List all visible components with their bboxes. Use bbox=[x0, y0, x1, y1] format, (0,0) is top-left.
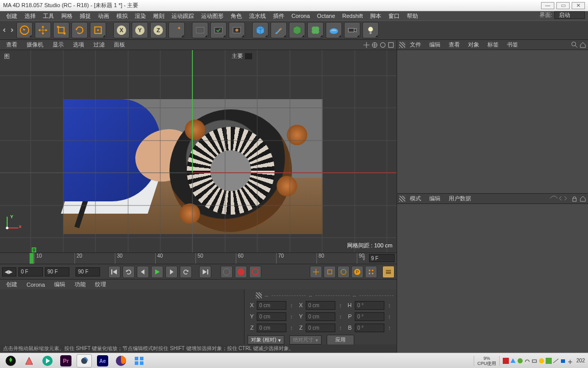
primitive-cube-button[interactable] bbox=[252, 22, 268, 38]
mat-menu-create[interactable]: 创建 bbox=[2, 281, 21, 288]
cpu-meter[interactable]: 9%CPU使用 bbox=[474, 356, 500, 366]
menu-corona[interactable]: Corona bbox=[288, 13, 313, 19]
object-manager-body[interactable] bbox=[397, 50, 588, 193]
vp-menu-view[interactable]: 查看 bbox=[2, 41, 21, 49]
move-tool[interactable] bbox=[35, 22, 51, 38]
mat-menu-texture[interactable]: 纹理 bbox=[91, 281, 110, 288]
material-manager-body[interactable] bbox=[0, 289, 244, 344]
taskbar-premiere[interactable]: Pr bbox=[58, 354, 74, 367]
menu-mograph[interactable]: 运动图形 bbox=[198, 12, 227, 20]
menu-redshift[interactable]: Redshift bbox=[339, 13, 366, 19]
environment-button[interactable] bbox=[326, 22, 342, 38]
render-picture-button[interactable] bbox=[229, 22, 245, 38]
keyframe-sel-button[interactable] bbox=[249, 266, 261, 278]
menu-pipeline[interactable]: 流水线 bbox=[246, 12, 269, 20]
taskbar-cinema4d[interactable] bbox=[77, 354, 92, 367]
home-icon[interactable] bbox=[579, 195, 586, 202]
last-tool[interactable] bbox=[90, 22, 106, 38]
vp-rotate-icon[interactable] bbox=[379, 41, 386, 49]
camera-button[interactable] bbox=[344, 22, 360, 38]
taskbar-app-1[interactable] bbox=[3, 354, 18, 367]
vp-zoom-icon[interactable] bbox=[371, 41, 378, 49]
render-view-button[interactable] bbox=[210, 22, 227, 38]
render-settings-button[interactable] bbox=[192, 22, 208, 38]
mat-menu-func[interactable]: 功能 bbox=[70, 281, 90, 288]
grip-icon[interactable] bbox=[399, 196, 405, 202]
record-button[interactable] bbox=[220, 266, 233, 278]
attribute-manager-body[interactable] bbox=[397, 204, 588, 353]
range-scrub[interactable]: ◀▶ bbox=[2, 267, 16, 277]
vp-menu-display[interactable]: 显示 bbox=[48, 41, 68, 49]
timeline-end-spinner[interactable]: ▲▼ bbox=[362, 255, 366, 261]
timeline-end-field[interactable]: 9 F bbox=[369, 254, 395, 262]
obj-menu-tags[interactable]: 标签 bbox=[484, 41, 502, 49]
timeline-playhead[interactable] bbox=[30, 253, 34, 264]
goto-start-button[interactable] bbox=[108, 266, 120, 278]
range-end-field[interactable]: 90 F bbox=[45, 267, 69, 277]
z-axis-lock[interactable]: Z bbox=[150, 22, 166, 38]
attr-menu-userdata[interactable]: 用户数据 bbox=[445, 195, 475, 202]
spline-pen-button[interactable] bbox=[271, 22, 287, 38]
size-z-field[interactable]: 0 cm bbox=[306, 324, 335, 332]
pos-z-field[interactable]: 0 cm bbox=[257, 324, 286, 332]
menu-script[interactable]: 脚本 bbox=[367, 12, 384, 20]
y-axis-lock[interactable]: Y bbox=[132, 22, 148, 38]
lock-icon[interactable] bbox=[571, 195, 578, 202]
obj-menu-bookmark[interactable]: 书签 bbox=[503, 41, 522, 49]
goto-end-button[interactable] bbox=[199, 266, 211, 278]
rot-b-field[interactable]: 0 ° bbox=[355, 324, 384, 332]
menu-animate[interactable]: 动画 bbox=[95, 12, 112, 20]
prev-key-button[interactable] bbox=[122, 266, 135, 278]
menu-snap[interactable]: 捕捉 bbox=[77, 12, 94, 20]
range-start-field[interactable]: 0 F bbox=[18, 267, 43, 277]
x-axis-lock[interactable]: X bbox=[113, 22, 130, 38]
grip-icon[interactable] bbox=[256, 292, 262, 298]
obj-menu-view[interactable]: 查看 bbox=[445, 41, 463, 49]
size-mode-dropdown[interactable]: 绝对尺寸 ▾ bbox=[289, 335, 322, 344]
menu-plugins[interactable]: 插件 bbox=[270, 12, 287, 20]
vp-maximize-icon[interactable] bbox=[387, 41, 395, 49]
vp-menu-camera[interactable]: 摄像机 bbox=[22, 41, 47, 49]
taskbar-explorer[interactable] bbox=[132, 354, 147, 367]
opt-scale-button[interactable] bbox=[324, 266, 336, 278]
redo-button[interactable] bbox=[9, 22, 14, 38]
viewport[interactable]: 图 主要 bbox=[0, 50, 397, 252]
obj-menu-object[interactable]: 对象 bbox=[464, 41, 483, 49]
coord-mode-dropdown[interactable]: 对象 (相对) ▾ bbox=[248, 335, 284, 344]
vp-move-icon[interactable] bbox=[363, 41, 370, 49]
scale-tool[interactable] bbox=[53, 22, 69, 38]
opt-move-button[interactable] bbox=[310, 266, 322, 278]
tray-icons[interactable] bbox=[503, 358, 573, 364]
home-icon[interactable] bbox=[579, 41, 586, 48]
generator-button[interactable] bbox=[289, 22, 305, 38]
menu-create[interactable]: 创建 bbox=[3, 12, 20, 20]
coord-system-tool[interactable] bbox=[168, 22, 185, 38]
rot-p-field[interactable]: 0 ° bbox=[355, 312, 384, 321]
next-frame-button[interactable] bbox=[165, 266, 178, 278]
mat-menu-corona[interactable]: Corona bbox=[22, 282, 49, 288]
menu-octane[interactable]: Octane bbox=[314, 13, 338, 19]
live-select-tool[interactable] bbox=[16, 22, 33, 38]
opt-rotate-button[interactable] bbox=[337, 266, 350, 278]
taskbar-firefox[interactable] bbox=[113, 354, 129, 367]
autokey-button[interactable] bbox=[235, 266, 247, 278]
undo-button[interactable] bbox=[2, 22, 7, 38]
menu-help[interactable]: 帮助 bbox=[404, 12, 421, 20]
rot-h-field[interactable]: 0 ° bbox=[355, 301, 384, 310]
next-key-button[interactable] bbox=[180, 266, 192, 278]
taskbar-app-2[interactable] bbox=[21, 354, 37, 367]
timeline-window-button[interactable] bbox=[382, 266, 395, 278]
close-button[interactable]: ✕ bbox=[572, 2, 585, 9]
attr-menu-edit[interactable]: 编辑 bbox=[426, 195, 444, 202]
search-icon[interactable] bbox=[571, 41, 578, 48]
menu-sculpt[interactable]: 雕刻 bbox=[150, 12, 167, 20]
obj-menu-edit[interactable]: 编辑 bbox=[426, 41, 444, 49]
menu-tools[interactable]: 工具 bbox=[40, 12, 57, 20]
menu-render[interactable]: 渲染 bbox=[132, 12, 149, 20]
attr-menu-mode[interactable]: 模式 bbox=[406, 195, 425, 202]
menu-window[interactable]: 窗口 bbox=[385, 12, 403, 20]
pos-x-field[interactable]: 0 cm bbox=[257, 301, 286, 310]
size-y-field[interactable]: 0 cm bbox=[306, 312, 335, 321]
rotate-tool[interactable] bbox=[71, 22, 88, 38]
minimize-button[interactable]: — bbox=[541, 2, 554, 9]
